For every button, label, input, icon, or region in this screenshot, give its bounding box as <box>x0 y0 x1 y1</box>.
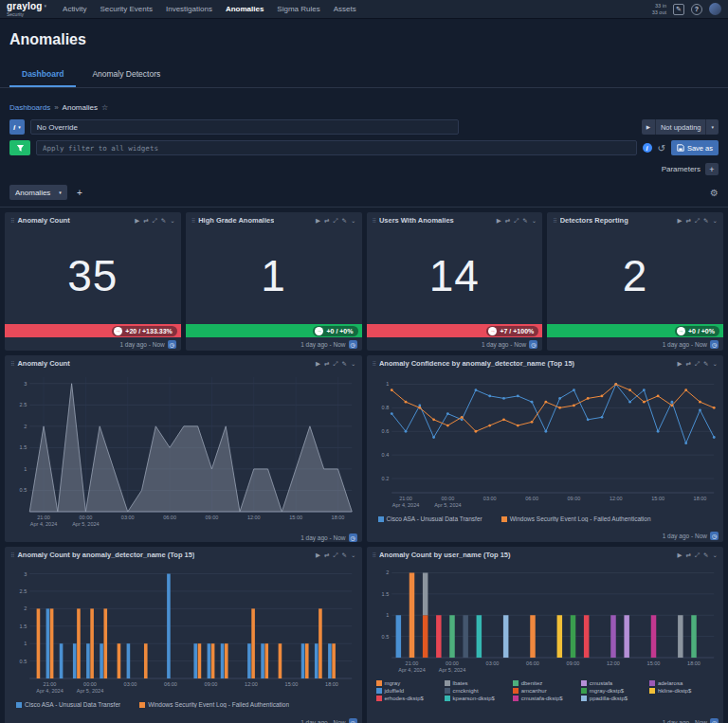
edit-icon[interactable]: ✎ <box>342 360 347 368</box>
dashboard-page-select[interactable]: Anomalies ▾ <box>9 185 67 200</box>
add-parameter-button[interactable]: + <box>705 163 719 175</box>
gear-icon[interactable]: ⚙ <box>710 188 719 198</box>
play-icon[interactable]: ▶ <box>497 217 501 225</box>
legend-item[interactable]: erhodes-dkstp$ <box>376 696 441 701</box>
legend-item[interactable]: adelarosa <box>649 680 714 686</box>
legend-item[interactable]: jduffield <box>376 688 441 694</box>
swap-arrows-icon[interactable]: ⇄ <box>324 360 329 368</box>
fullscreen-icon[interactable]: ⤢ <box>153 217 157 225</box>
fullscreen-icon[interactable]: ⤢ <box>514 217 519 225</box>
chevron-down-icon[interactable]: ⌄ <box>713 217 718 225</box>
breadcrumb-dashboards[interactable]: Dashboards <box>9 103 50 112</box>
drag-handle-icon[interactable]: ⠿ <box>373 551 376 558</box>
play-icon[interactable]: ▶ <box>677 551 682 559</box>
edit-icon[interactable]: ✎ <box>703 360 708 368</box>
tab-anomaly-detectors[interactable]: Anomaly Detectors <box>80 63 173 87</box>
drag-handle-icon[interactable]: ⠿ <box>191 217 195 224</box>
nav-item-anomalies[interactable]: Anomalies <box>219 5 270 13</box>
swap-arrows-icon[interactable]: ⇄ <box>685 217 690 225</box>
chart-canvas[interactable]: 0.511.522.5321:00Apr 4, 202400:00Apr 5, … <box>10 563 356 696</box>
clock-icon[interactable]: ◷ <box>168 340 176 349</box>
nav-item-assets[interactable]: Assets <box>327 5 363 13</box>
edit-icon[interactable]: ✎ <box>522 217 527 225</box>
not-updating-button[interactable]: ▶ Not updating ▾ <box>642 119 719 135</box>
drag-handle-icon[interactable]: ⠿ <box>553 217 556 224</box>
fullscreen-icon[interactable]: ⤢ <box>695 551 700 559</box>
tab-dashboard[interactable]: Dashboard <box>9 63 76 87</box>
help-icon[interactable]: ? <box>691 4 702 15</box>
chart-canvas[interactable]: 0.511.5221:00Apr 4, 202400:00Apr 5, 2024… <box>373 563 719 675</box>
save-as-button[interactable]: Save as <box>671 140 719 155</box>
fullscreen-icon[interactable]: ⤢ <box>333 551 337 559</box>
swap-arrows-icon[interactable]: ⇄ <box>685 360 690 368</box>
chevron-down-icon[interactable]: ⌄ <box>351 551 355 559</box>
chevron-down-icon[interactable]: ⌄ <box>713 551 718 559</box>
clock-icon[interactable]: ◷ <box>710 340 719 349</box>
legend-item[interactable]: mgray-dkstp$ <box>581 688 646 694</box>
play-icon[interactable]: ▶ <box>316 217 320 225</box>
fullscreen-icon[interactable]: ⤢ <box>695 217 700 225</box>
edit-icon[interactable]: ✎ <box>342 217 347 225</box>
fullscreen-icon[interactable]: ⤢ <box>333 360 337 368</box>
edit-icon[interactable]: ✎ <box>342 551 347 559</box>
chevron-down-icon[interactable]: ⌄ <box>351 360 355 368</box>
play-icon[interactable]: ▶ <box>316 360 320 368</box>
clock-icon[interactable]: ◷ <box>710 532 719 540</box>
edit-icon[interactable]: ✎ <box>703 551 708 559</box>
override-display[interactable]: No Override <box>30 119 459 135</box>
play-icon[interactable]: ▶ <box>677 217 682 225</box>
clock-icon[interactable]: ◷ <box>349 718 357 723</box>
legend-item[interactable]: cmustafa <box>581 680 646 686</box>
play-icon[interactable]: ▶ <box>677 360 682 368</box>
fullscreen-icon[interactable]: ⤢ <box>333 217 337 225</box>
chevron-down-icon[interactable]: ⌄ <box>532 217 537 225</box>
chevron-down-icon[interactable]: ⌄ <box>170 217 174 225</box>
drag-handle-icon[interactable]: ⠿ <box>10 551 14 558</box>
clock-icon[interactable]: ◷ <box>349 533 357 542</box>
drag-handle-icon[interactable]: ⠿ <box>373 217 376 224</box>
override-menu-button[interactable]: i ▾ <box>9 119 25 135</box>
clock-icon[interactable]: ◷ <box>529 340 537 349</box>
legend-item[interactable]: mgray <box>376 680 441 686</box>
legend-item[interactable]: Windows Security Event Log - Failed Auth… <box>501 515 651 522</box>
compose-icon[interactable]: ✎ <box>673 4 684 15</box>
swap-arrows-icon[interactable]: ⇄ <box>324 551 329 559</box>
swap-arrows-icon[interactable]: ⇄ <box>143 217 148 225</box>
history-icon[interactable]: ↺ <box>658 143 665 154</box>
fullscreen-icon[interactable]: ⤢ <box>695 360 700 368</box>
legend-item[interactable]: Cisco ASA - Unusual Data Transfer <box>16 701 120 708</box>
nav-item-sigma-rules[interactable]: Sigma Rules <box>270 5 326 13</box>
drag-handle-icon[interactable]: ⠿ <box>10 360 14 367</box>
chevron-down-icon[interactable]: ⌄ <box>351 217 355 225</box>
add-page-button[interactable]: + <box>74 188 85 198</box>
legend-item[interactable]: kpearson-dkstp$ <box>445 696 509 701</box>
legend-item[interactable]: lbates <box>445 680 509 686</box>
legend-item[interactable]: Windows Security Event Log - Failed Auth… <box>139 701 289 708</box>
swap-arrows-icon[interactable]: ⇄ <box>505 217 510 225</box>
play-icon[interactable]: ▶ <box>316 551 320 559</box>
widget-filter-input[interactable] <box>36 140 637 155</box>
clock-icon[interactable]: ◷ <box>349 340 357 349</box>
favorite-star-icon[interactable]: ☆ <box>101 103 108 112</box>
chart-canvas[interactable]: 0.20.40.60.8121:00Apr 4, 202400:00Apr 5,… <box>373 371 719 510</box>
drag-handle-icon[interactable]: ⠿ <box>10 217 14 224</box>
nav-item-activity[interactable]: Activity <box>56 5 93 13</box>
edit-icon[interactable]: ✎ <box>703 217 708 225</box>
chevron-down-icon[interactable]: ⌄ <box>713 360 718 368</box>
legend-item[interactable]: hkline-dkstp$ <box>649 688 714 694</box>
legend-item[interactable]: cmcknight <box>445 688 509 694</box>
drag-handle-icon[interactable]: ⠿ <box>373 360 376 367</box>
edit-icon[interactable]: ✎ <box>161 217 166 225</box>
user-avatar[interactable] <box>709 3 721 15</box>
clock-icon[interactable]: ◷ <box>710 718 719 723</box>
legend-item[interactable]: dbenitez <box>513 680 577 686</box>
legend-item[interactable]: ppadilla-dkstp$ <box>581 696 646 701</box>
legend-item[interactable]: Cisco ASA - Unusual Data Transfer <box>378 515 482 522</box>
nav-item-investigations[interactable]: Investigations <box>159 5 219 13</box>
swap-arrows-icon[interactable]: ⇄ <box>685 551 690 559</box>
graylog-logo[interactable]: graylog ▾ Security <box>7 2 46 17</box>
filter-button[interactable] <box>9 140 30 155</box>
legend-item[interactable]: cmustafa-dkstp$ <box>513 696 577 701</box>
chart-canvas[interactable]: 0.511.522.5321:00Apr 4, 202400:00Apr 5, … <box>10 371 356 529</box>
legend-item[interactable]: amcarthur <box>513 688 577 694</box>
